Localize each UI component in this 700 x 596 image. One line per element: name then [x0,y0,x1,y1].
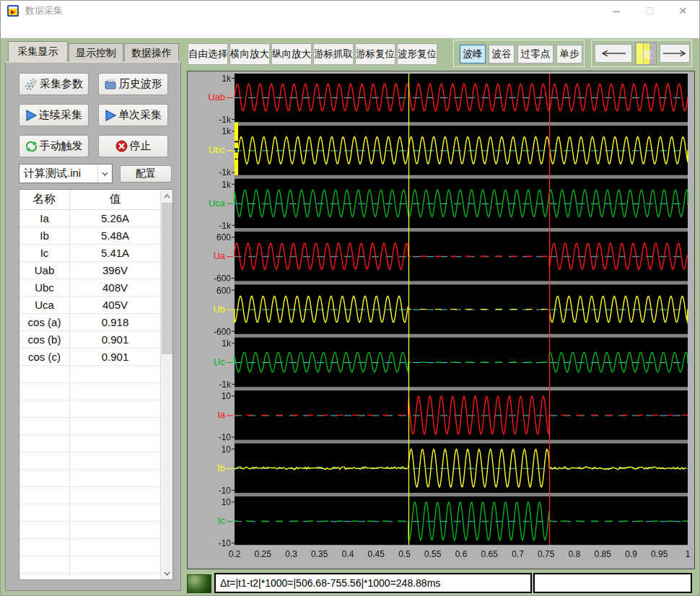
left-arrow-icon [598,49,629,58]
config-button[interactable]: 配置 [120,165,172,183]
play-icon [105,110,116,121]
table-row-empty [19,452,160,470]
acquire-params-button[interactable]: 采集参数 [19,73,89,95]
snap-group: 波峰波谷过零点单步 [453,40,585,67]
cursor-color-label: 黄 [642,48,652,61]
snap-button-2[interactable]: 过零点 [517,45,554,63]
menu-item-1[interactable] [18,27,32,32]
wave-panel [187,71,695,569]
waveform-canvas[interactable] [188,71,694,569]
tab-0[interactable]: 采集显示 [8,41,68,62]
table-row-1[interactable]: Ib 5.48A [19,227,160,245]
close-button[interactable]: ✕ [666,1,699,21]
table-row-empty [19,400,160,418]
table-row-empty [19,556,160,574]
menubar [1,21,699,38]
table-row-empty [19,539,160,556]
table-empty-rows [19,366,160,580]
snap-button-0[interactable]: 波峰 [460,45,486,63]
refresh-icon [25,141,38,152]
continuous-acquire-button[interactable]: 连续采集 [19,104,89,126]
cursor-next-button[interactable] [660,44,690,63]
toolbar-button-0[interactable]: 自由选择 [188,43,228,65]
table-row-8[interactable]: cos (c) 0.901 [19,349,160,366]
toolbar-button-1[interactable]: 横向放大 [229,43,270,65]
gears-icon [25,78,38,91]
params-table: 名称 值 Ia 5.26A Ib 5.48A Ic 5.41A Uab [19,189,173,580]
right-arrow-icon [660,49,689,58]
table-row-7[interactable]: cos (b) 0.901 [19,331,160,349]
table-row-empty [19,487,160,504]
table-row-6[interactable]: cos (a) 0.918 [19,314,160,331]
history-waveform-button[interactable]: 历史波形 [98,73,168,95]
table-row-4[interactable]: Ubc 408V [19,279,160,297]
snap-button-1[interactable]: 波谷 [489,45,515,63]
window-title: 数据采集 [25,4,63,17]
table-scrollbar[interactable] [160,190,172,579]
window-titlebar: 数据采集 ─ ☐ ✕ [1,1,699,21]
left-panel: 采集参数 历史波形 连续采集 单次采集 手动触发 [5,61,181,591]
delta-t-field: Δt=|t1-t2|*1000=|506.68-755.56|*1000=248… [214,573,532,593]
minimize-button[interactable]: ─ [600,1,633,21]
stop-button[interactable]: 停止 [98,135,168,157]
single-acquire-button[interactable]: 单次采集 [98,104,168,126]
folder-icon [104,79,117,90]
menu-item-0[interactable] [2,27,17,32]
table-row-empty [19,522,160,539]
snap-button-3[interactable]: 单步 [556,45,582,63]
app-icon [6,4,19,17]
play-icon [25,110,37,121]
scrollbar-thumb[interactable] [162,203,172,354]
toolbar-button-5[interactable]: 波形复位 [397,43,437,65]
status-led [187,574,211,593]
table-row-empty [19,574,160,580]
table-row-0[interactable]: Ia 5.26A [19,210,160,227]
toolbar-button-3[interactable]: 游标抓取 [313,43,354,65]
config-file-select[interactable]: 计算测试.ini [19,164,113,183]
table-row-3[interactable]: Uab 396V [19,262,160,279]
app-window: { "window": { "title": "数据采集" }, "menu":… [0,0,700,596]
cursor-indicator[interactable]: 黄 [635,43,657,65]
table-row-empty [19,470,160,487]
table-row-empty [19,383,160,400]
tab-2[interactable]: 数据操作 [124,43,179,62]
tab-1[interactable]: 显示控制 [69,43,123,62]
chevron-down-icon [97,165,112,183]
menu-item-2[interactable] [34,27,48,32]
table-row-empty [19,504,160,522]
chevron-down-icon[interactable] [161,567,172,579]
stop-icon [115,140,128,152]
toolbar-button-4[interactable]: 游标复位 [355,43,395,65]
toolbar-button-2[interactable]: 纵向放大 [271,43,312,65]
maximize-button[interactable]: ☐ [633,1,666,21]
table-body: Ia 5.26A Ib 5.48A Ic 5.41A Uab 396V Ubc … [19,210,160,366]
params-table-grid: 名称 值 Ia 5.26A Ib 5.48A Ic 5.41A Uab [19,190,160,579]
table-row-empty [19,435,160,452]
table-header: 名称 值 [19,190,160,210]
aux-field [533,573,692,593]
chevron-up-icon[interactable] [161,190,172,202]
table-row-empty [19,366,160,383]
table-row-5[interactable]: Uca 405V [19,297,160,314]
cursor-prev-button[interactable] [595,44,632,63]
manual-trigger-button[interactable]: 手动触发 [19,135,89,157]
table-row-2[interactable]: Ic 5.41A [19,245,160,262]
table-row-empty [19,418,160,435]
cursor-nav-group: 黄 [591,40,692,67]
